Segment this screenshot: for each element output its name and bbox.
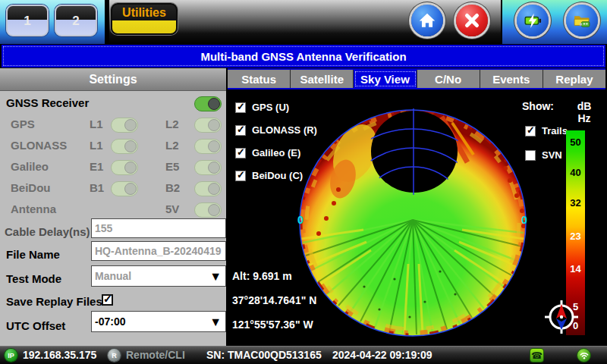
galileo-band-row: Galileo E1 E5 [0,158,228,176]
gps-band2-toggle[interactable] [194,118,222,133]
scale-tick: 50 [566,136,585,148]
test-mode-label: Test Mode [6,272,61,285]
file-manager-button[interactable] [566,5,598,36]
page-2-button[interactable]: 2 [55,5,97,36]
close-button[interactable] [456,5,488,36]
scale-tick: 14 [566,263,585,275]
utilities-tab[interactable]: Utilities [111,3,178,35]
battery-charging-icon [522,10,543,31]
compass-icon [544,300,579,334]
beidou-band2-label: B2 [165,181,180,194]
utc-offset-dropdown[interactable]: -07:00 ▼ [91,311,226,332]
antenna-power-toggle[interactable] [194,202,222,218]
galileo-band1-toggle[interactable] [111,160,138,175]
battery-status-button[interactable] [517,5,549,36]
scale-tick: 23 [566,231,585,242]
beidou-band2-toggle[interactable] [194,181,222,196]
glonass-band2-label: L2 [165,139,179,152]
chevron-down-icon: ▼ [209,267,222,287]
toggle-knob [208,183,220,195]
toggle-knob [208,119,220,131]
tab-status[interactable]: Status [228,70,291,88]
galileo-visibility-checkbox[interactable] [235,148,246,158]
antenna-row: Antenna 5V [0,200,228,218]
glonass-visibility-row: GLONASS (R) [235,124,317,136]
glonass-band1-label: L1 [90,139,103,152]
svn-label: SVN [542,149,562,161]
scale-unit-db: dB [569,100,599,112]
longitude-readout: 121°55'57.36" W [232,318,313,331]
galileo-visibility-label: Galileo (E) [252,147,300,158]
trails-checkbox[interactable] [525,126,536,136]
serial-number: SN: TMAC00QD513165 [206,349,322,361]
latitude-readout: 37°28'14.7641" N [232,294,316,306]
usb-folder-icon [571,10,593,31]
show-label: Show: [522,100,554,112]
gnss-receiver-toggle[interactable] [194,96,222,111]
tab-cno[interactable]: C/No [417,70,480,88]
galileo-band2-toggle[interactable] [194,160,222,175]
toggle-knob [208,162,220,174]
svn-option-row: SVN [525,149,562,161]
tab-satellite[interactable]: Satellite [291,70,354,88]
gps-band1-toggle[interactable] [111,118,138,133]
gps-band1-label: L1 [90,118,103,130]
page-1-button[interactable]: 1 [6,5,49,36]
beidou-label: BeiDou [11,181,51,194]
glonass-visibility-checkbox[interactable] [235,125,246,136]
beidou-band1-toggle[interactable] [111,181,138,196]
file-name-input[interactable]: HQ-Antenna_B-20240419 [91,241,226,261]
beidou-band-row: BeiDou B1 B2 [0,179,228,197]
glonass-label: GLONASS [11,139,67,152]
galileo-visibility-row: Galileo (E) [235,147,300,158]
trails-label: Trails [542,125,568,136]
tab-sky-view[interactable]: Sky View [354,70,417,88]
remote-mode-label: Remote/CLI [126,349,185,361]
glonass-band2-toggle[interactable] [194,139,222,154]
trails-option-row: Trails [525,125,568,136]
datetime: 2024-04-22 09:19:09 [332,349,432,361]
file-name-label: File Name [6,248,60,261]
tab-events[interactable]: Events [480,70,543,88]
remote-badge: R [108,349,121,362]
gps-visibility-checkbox[interactable] [235,102,246,113]
home-icon [417,11,437,30]
scale-unit-label: dB Hz [569,100,599,124]
page-1-label: 1 [24,14,30,28]
test-mode-dropdown[interactable]: Manual ▼ [91,265,226,287]
gps-visibility-label: GPS (U) [252,102,289,113]
galileo-band2-label: E5 [165,160,179,173]
beidou-band1-label: B1 [90,181,104,194]
galileo-band1-label: E1 [90,160,103,173]
save-replay-checkbox[interactable] [102,294,113,306]
page-2-label: 2 [72,14,79,28]
altitude-readout: Alt: 9.691 m [232,270,292,282]
scale-tick: 32 [566,197,585,209]
settings-header: Settings [0,68,226,91]
toggle-knob [208,98,220,110]
cable-delay-input[interactable]: 155 [91,218,226,238]
close-icon [462,11,482,30]
utilities-tab-label: Utilities [122,6,166,19]
tab-replay[interactable]: Replay [543,70,605,88]
toggle-knob [208,204,220,216]
settings-panel: Settings GNSS Receiver GPS L1 L2 GLONASS… [0,68,228,346]
galileo-label: Galileo [11,160,49,173]
horizon-label-left: 0 [297,214,304,226]
glonass-visibility-label: GLONASS (R) [252,124,317,136]
sky-view-plot-area: 0 0 GPS (U) GLONASS (R) Galileo (E) [228,89,605,346]
gnss-analyzer-screen: 1 2 Utilities [0,0,607,364]
scale-unit-hz: Hz [569,112,599,124]
svn-checkbox[interactable] [525,150,536,161]
remote-access-icon: ☎ [530,348,544,362]
antenna-band-label: 5V [165,202,179,215]
antenna-label: Antenna [11,202,56,215]
ip-address: 192.168.35.175 [23,349,96,361]
glonass-band1-toggle[interactable] [111,139,138,154]
toggle-knob [124,183,137,195]
status-bar: IP 192.168.35.175 R Remote/CLI SN: TMAC0… [0,346,607,364]
gnss-receiver-label: GNSS Receiver [6,96,89,109]
home-button[interactable] [411,5,443,36]
beidou-visibility-checkbox[interactable] [235,171,246,181]
toggle-knob [208,140,220,152]
